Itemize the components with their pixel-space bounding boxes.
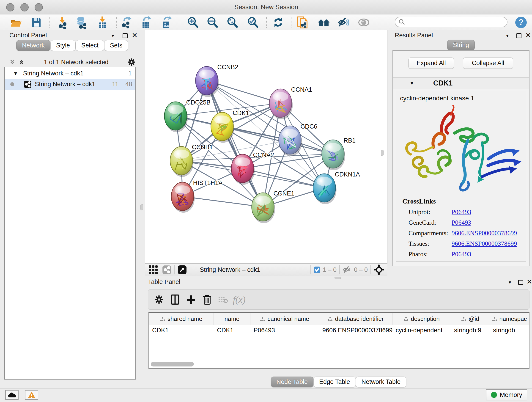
table-row[interactable]: CDK1 CDK1 P06493 9606.ENSP00000378699 cy… bbox=[149, 325, 529, 335]
show-all-button[interactable] bbox=[357, 16, 370, 29]
grid-view-icon[interactable] bbox=[148, 265, 158, 274]
gray-eye-icon bbox=[357, 16, 370, 29]
column-type-icon bbox=[260, 317, 265, 322]
node-table: shared name name canonical name database… bbox=[148, 313, 530, 369]
help-button[interactable]: ? bbox=[514, 16, 528, 29]
control-panel-float-icon[interactable] bbox=[123, 33, 128, 38]
network-share-view-icon[interactable] bbox=[162, 265, 171, 274]
tab-node-table[interactable]: Node Table bbox=[271, 376, 313, 387]
right-splitter-handle[interactable] bbox=[381, 150, 384, 156]
export-image-button[interactable] bbox=[159, 16, 173, 29]
crosslink-link[interactable]: P06493 bbox=[452, 219, 471, 226]
hide-selected-button[interactable] bbox=[337, 16, 350, 29]
control-panel-close-icon[interactable]: ✕ bbox=[132, 33, 138, 38]
selected-checkbox-icon[interactable] bbox=[314, 266, 321, 273]
control-panel-title: Control Panel bbox=[9, 32, 47, 39]
crosslink-link[interactable]: 9606.ENSP00000378699 bbox=[452, 230, 517, 237]
cdk1-section-header[interactable]: ▼ CDK1 bbox=[393, 77, 529, 89]
horizontal-splitter-handle[interactable] bbox=[335, 277, 341, 279]
column-header[interactable]: @id bbox=[451, 313, 490, 325]
warning-icon bbox=[28, 391, 36, 398]
delete-column-button[interactable] bbox=[199, 293, 215, 306]
tab-sets[interactable]: Sets bbox=[104, 40, 128, 51]
zoom-in-button[interactable] bbox=[186, 16, 199, 29]
crosslink-link[interactable]: P06493 bbox=[452, 250, 471, 258]
table-options-button[interactable] bbox=[151, 293, 167, 306]
tab-network[interactable]: Network bbox=[16, 40, 51, 51]
toolbar-divider bbox=[291, 17, 291, 28]
column-type-icon bbox=[492, 317, 497, 322]
tab-select[interactable]: Select bbox=[76, 40, 104, 51]
refresh-button[interactable] bbox=[272, 16, 285, 29]
results-panel-title: Results Panel bbox=[395, 32, 433, 39]
birds-eye-view-icon[interactable] bbox=[177, 265, 187, 274]
zoom-out-button[interactable] bbox=[206, 16, 219, 29]
gear-icon bbox=[154, 295, 164, 304]
collapse-all-chevron-icon[interactable] bbox=[9, 59, 16, 65]
import-network-button[interactable] bbox=[56, 16, 69, 29]
column-header[interactable]: description bbox=[393, 313, 451, 325]
string-network-graph[interactable]: CCNB2CCNA1CDC25BCDK1CDC6RB1CCNB1CCNA2CDK… bbox=[145, 30, 387, 263]
home-button[interactable] bbox=[317, 16, 330, 29]
svg-text:?: ? bbox=[519, 18, 524, 27]
horizontal-scrollbar[interactable] bbox=[151, 362, 194, 366]
expand-all-button[interactable]: Expand All bbox=[409, 57, 454, 69]
table-panel-float-icon[interactable] bbox=[518, 280, 523, 285]
plus-icon bbox=[186, 295, 196, 304]
export-network-button[interactable] bbox=[120, 16, 133, 29]
import-table-button[interactable] bbox=[96, 16, 109, 29]
search-input[interactable] bbox=[405, 18, 507, 26]
network-row-label: String Network – cdk1 bbox=[35, 81, 95, 88]
hidden-count: 0 – 0 bbox=[354, 266, 368, 274]
toolbar-divider bbox=[182, 17, 182, 28]
memory-button[interactable]: Memory bbox=[486, 389, 527, 400]
cdk1-description: cyclin-dependent kinase 1 bbox=[400, 95, 526, 102]
database-icon bbox=[75, 16, 88, 29]
search-box bbox=[395, 17, 507, 27]
column-header[interactable]: database identifier bbox=[319, 313, 393, 325]
column-header[interactable]: shared name bbox=[149, 313, 214, 325]
column-header[interactable]: name bbox=[214, 313, 250, 325]
refresh-icon bbox=[272, 16, 285, 29]
warnings-button[interactable] bbox=[25, 390, 38, 400]
column-header[interactable]: canonical name bbox=[250, 313, 319, 325]
show-columns-button[interactable] bbox=[167, 293, 183, 306]
results-panel-menu-icon[interactable]: ▾ bbox=[506, 33, 509, 39]
collapse-all-button[interactable]: Collapse All bbox=[463, 57, 513, 69]
pan-crosshair-icon[interactable] bbox=[374, 264, 384, 275]
network-options-gear-icon[interactable] bbox=[127, 58, 136, 66]
zoom-selected-button[interactable] bbox=[246, 16, 259, 29]
open-session-button[interactable] bbox=[9, 16, 22, 29]
tab-string[interactable]: String bbox=[447, 40, 475, 51]
import-network-from-database-button[interactable] bbox=[75, 16, 88, 29]
tab-network-table[interactable]: Network Table bbox=[356, 376, 406, 387]
column-header[interactable]: namespac bbox=[490, 313, 529, 325]
crosslink-link[interactable]: P06493 bbox=[452, 208, 471, 216]
network-collection-row[interactable]: ▼ String Network – cdk1 1 bbox=[5, 68, 135, 79]
network-row-selected[interactable]: String Network – cdk1 11 48 bbox=[5, 79, 135, 89]
results-panel-float-icon[interactable] bbox=[516, 33, 521, 38]
cloud-status-button[interactable] bbox=[5, 390, 19, 400]
table-panel-menu-icon[interactable]: ▾ bbox=[509, 279, 511, 285]
crosslink-link[interactable]: 9606.ENSP00000378699 bbox=[452, 240, 517, 247]
crosslink-label: Tissues: bbox=[409, 240, 452, 247]
left-splitter-handle[interactable] bbox=[140, 204, 143, 211]
results-panel-close-icon[interactable]: ✕ bbox=[525, 33, 531, 38]
export-table-button[interactable] bbox=[139, 16, 153, 29]
table-panel-close-icon[interactable]: ✕ bbox=[526, 279, 532, 284]
network-canvas[interactable]: CCNB2CCNA1CDC25BCDK1CDC6RB1CCNB1CCNA2CDK… bbox=[145, 30, 387, 263]
save-session-button[interactable] bbox=[30, 16, 43, 29]
collection-expand-triangle-icon[interactable]: ▼ bbox=[13, 70, 18, 77]
create-column-button[interactable] bbox=[183, 293, 199, 306]
zoom-fit-button[interactable] bbox=[226, 16, 239, 29]
title-bar: Session: New Session bbox=[0, 0, 532, 14]
control-panel-menu-icon[interactable]: ▾ bbox=[112, 33, 114, 39]
share-document-button[interactable] bbox=[297, 16, 310, 29]
results-panel: Results Panel ▾ ✕ String Expand All Coll… bbox=[390, 30, 532, 276]
memory-status-dot-icon bbox=[491, 392, 497, 398]
crosslink-label: GeneCard: bbox=[409, 219, 452, 226]
cdk1-collapse-triangle-icon[interactable]: ▼ bbox=[409, 80, 414, 86]
tab-edge-table[interactable]: Edge Table bbox=[313, 376, 356, 387]
expand-all-chevron-icon[interactable] bbox=[18, 59, 25, 65]
tab-style[interactable]: Style bbox=[51, 40, 76, 51]
